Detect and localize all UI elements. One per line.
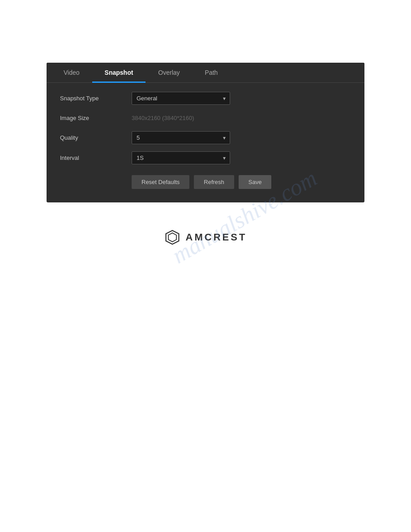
quality-row: Quality 1 2 3 4 5 6: [60, 131, 351, 144]
footer: AMCREST: [164, 202, 247, 263]
quality-label: Quality: [60, 134, 132, 141]
snapshot-type-select-wrapper: General Event: [132, 92, 230, 105]
interval-row: Interval 1S 2S 3S 5S 10S: [60, 151, 351, 164]
amcrest-logo-icon: [164, 229, 180, 245]
tab-overlay[interactable]: Overlay: [146, 63, 192, 82]
button-row: Reset Defaults Refresh Save: [60, 175, 351, 189]
tab-path[interactable]: Path: [193, 63, 231, 82]
brand-label: AMCREST: [186, 232, 247, 243]
snapshot-type-select[interactable]: General Event: [132, 92, 230, 105]
tab-bar: Video Snapshot Overlay Path: [47, 63, 364, 83]
page-wrapper: Video Snapshot Overlay Path Snapshot Typ…: [0, 0, 411, 263]
save-button[interactable]: Save: [239, 175, 272, 189]
interval-label: Interval: [60, 154, 132, 161]
interval-select-wrapper: 1S 2S 3S 5S 10S: [132, 151, 230, 164]
tab-snapshot[interactable]: Snapshot: [92, 63, 146, 82]
image-size-label: Image Size: [60, 115, 132, 121]
quality-select-wrapper: 1 2 3 4 5 6: [132, 131, 230, 144]
interval-select[interactable]: 1S 2S 3S 5S 10S: [132, 151, 230, 164]
snapshot-type-label: Snapshot Type: [60, 95, 132, 102]
content-area: Snapshot Type General Event Image Size 3…: [47, 83, 364, 202]
tab-video[interactable]: Video: [51, 63, 92, 82]
refresh-button[interactable]: Refresh: [194, 175, 234, 189]
image-size-value: 3840x2160 (3840*2160): [132, 112, 194, 124]
reset-defaults-button[interactable]: Reset Defaults: [132, 175, 189, 189]
quality-select[interactable]: 1 2 3 4 5 6: [132, 131, 230, 144]
settings-panel: Video Snapshot Overlay Path Snapshot Typ…: [47, 63, 364, 202]
svg-marker-1: [168, 233, 176, 242]
image-size-row: Image Size 3840x2160 (3840*2160): [60, 112, 351, 124]
snapshot-type-row: Snapshot Type General Event: [60, 92, 351, 105]
